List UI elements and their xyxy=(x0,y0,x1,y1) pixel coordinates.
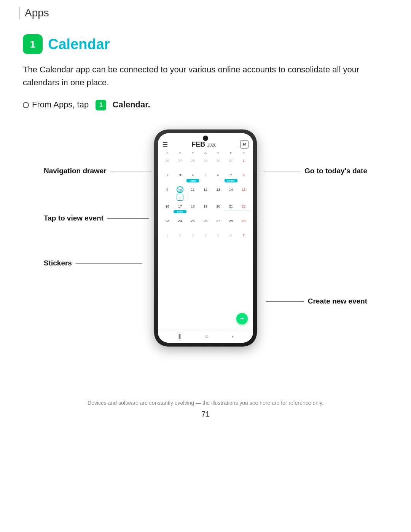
day-header-sat: S xyxy=(237,151,250,156)
calendar-day-6[interactable]: 6 xyxy=(212,171,225,185)
calendar-day-9[interactable]: 9 xyxy=(161,185,174,201)
calendar-day-22[interactable]: 22 xyxy=(237,202,250,216)
day-header-sun: S xyxy=(161,151,174,156)
section-title: Apps xyxy=(25,7,49,19)
calendar-day-jan31[interactable]: 31 xyxy=(225,157,237,170)
calendar-day-21[interactable]: 21 xyxy=(225,202,237,216)
calendar-day-8[interactable]: 8 xyxy=(237,171,250,185)
calendar-day-2[interactable]: 2 xyxy=(161,171,174,185)
callout-create-event: Create new event xyxy=(266,297,367,305)
callout-today-line xyxy=(263,171,301,172)
day-header-fri: F xyxy=(225,151,237,156)
year-label: 2020 xyxy=(207,143,216,147)
calendar-day-jan29[interactable]: 29 xyxy=(199,157,212,170)
calendar-day-10[interactable]: 10 ☺ xyxy=(174,185,186,201)
calendar-day-28[interactable]: 28 xyxy=(225,217,237,230)
calendar-day-16[interactable]: 16 xyxy=(161,202,174,216)
page-footer: Devices and software are constantly evol… xyxy=(23,400,388,430)
diagram-area: Navigation drawer Tap to view event Stic… xyxy=(23,126,388,369)
event-day7[interactable]: theatre xyxy=(225,179,237,182)
calendar-day-mar1[interactable]: 1 xyxy=(161,231,174,245)
calendar-day-12[interactable]: 12 xyxy=(199,185,212,201)
event-day4[interactable]: ballet xyxy=(186,179,199,182)
calendar-week-2: 2 3 4 ballet 5 6 7 theatre xyxy=(161,171,250,185)
calendar-day-15[interactable]: 15 xyxy=(237,185,250,201)
calendar-day-jan30[interactable]: 30 xyxy=(212,157,225,170)
calendar-day-jan28[interactable]: 28 xyxy=(186,157,199,170)
event-day17[interactable]: ballet xyxy=(174,210,186,213)
calendar-week-1: 26 27 28 29 30 31 1 xyxy=(161,157,250,170)
calendar-day-mar7[interactable]: 7 xyxy=(237,231,250,245)
calendar-grid: 26 27 28 29 30 31 1 2 3 xyxy=(158,157,253,329)
day-header-thu: T xyxy=(212,151,225,156)
app-title-row: 1 Calendar xyxy=(23,34,388,54)
bullet-icon xyxy=(23,102,29,108)
sticker-day10[interactable]: ☺ xyxy=(177,194,183,201)
callout-tap-label: Tap to view event xyxy=(44,214,104,222)
callout-nav-label: Navigation drawer xyxy=(44,167,107,175)
callout-stickers-label: Stickers xyxy=(44,259,72,267)
instruction-text: From Apps, tap 1 Calendar. xyxy=(32,100,150,110)
callout-create-label: Create new event xyxy=(308,297,367,305)
calendar-day-mar2[interactable]: 2 xyxy=(174,231,186,245)
calendar-day-5[interactable]: 5 xyxy=(199,171,212,185)
calendar-day-3[interactable]: 3 xyxy=(174,171,186,185)
calendar-day-mar6[interactable]: 6 xyxy=(225,231,237,245)
day-header-mon: M xyxy=(174,151,186,156)
calendar-week-5: 23 24 25 26 27 28 29 xyxy=(161,217,250,230)
calendar-day-29[interactable]: 29 xyxy=(237,217,250,230)
callout-today: Go to today's date xyxy=(263,167,367,175)
calendar-week-4: 16 17 ballet 18 19 20 21 xyxy=(161,202,250,216)
calendar-day-20[interactable]: 20 xyxy=(212,202,225,216)
phone-nav-bar: ||| ○ ‹ xyxy=(158,329,253,343)
calendar-day-23[interactable]: 23 xyxy=(161,217,174,230)
calendar-day-17[interactable]: 17 ballet xyxy=(174,202,186,216)
callout-stickers: Stickers xyxy=(44,259,142,267)
calendar-day-27[interactable]: 27 xyxy=(212,217,225,230)
instruction-line: From Apps, tap 1 Calendar. xyxy=(23,100,388,110)
calendar-week-3: 9 10 ☺ 11 12 13 14 15 xyxy=(161,185,250,201)
callout-stickers-line xyxy=(76,263,142,264)
callout-navigation-drawer: Navigation drawer xyxy=(44,167,152,175)
page-number: 71 xyxy=(23,410,388,419)
callout-tap-to-view: Tap to view event xyxy=(44,214,149,222)
nav-back-icon[interactable]: ‹ xyxy=(232,333,234,339)
calendar-day-11[interactable]: 11 xyxy=(186,185,199,201)
calendar-day-19[interactable]: 19 xyxy=(199,202,212,216)
go-to-today-button[interactable]: 10 xyxy=(240,140,249,149)
footer-disclaimer: Devices and software are constantly evol… xyxy=(23,400,388,406)
page-header: Apps xyxy=(19,7,411,19)
calendar-day-18[interactable]: 18 xyxy=(186,202,199,216)
calendar-day-feb1[interactable]: 1 xyxy=(237,157,250,170)
app-description: The Calendar app can be connected to you… xyxy=(23,63,388,89)
calendar-day-mar3[interactable]: 3 xyxy=(186,231,199,245)
calendar-day-24[interactable]: 24 xyxy=(174,217,186,230)
create-event-fab[interactable]: + xyxy=(236,313,248,324)
hamburger-menu-icon[interactable]: ☰ xyxy=(162,141,168,148)
calendar-day-mar4[interactable]: 4 xyxy=(199,231,212,245)
phone-notch xyxy=(203,136,208,141)
callout-create-line xyxy=(266,301,304,302)
calendar-day-mar5[interactable]: 5 xyxy=(212,231,225,245)
instruction-app-name: Calendar. xyxy=(113,100,150,109)
calendar-app-screen: ☰ FEB 2020 10 S M T W xyxy=(158,133,253,343)
nav-home-icon[interactable]: ○ xyxy=(205,333,208,339)
month-label: FEB xyxy=(191,141,205,149)
callout-today-label: Go to today's date xyxy=(304,167,367,175)
inline-calendar-icon: 1 xyxy=(96,100,106,110)
callout-tap-line xyxy=(107,218,149,219)
calendar-day-7[interactable]: 7 theatre xyxy=(225,171,237,185)
calendar-app-icon: 1 xyxy=(23,34,43,54)
month-year-display: FEB 2020 xyxy=(191,141,216,149)
callout-nav-line xyxy=(110,171,152,172)
calendar-week-6: 1 2 3 4 5 6 7 xyxy=(161,231,250,245)
calendar-day-4[interactable]: 4 ballet xyxy=(186,171,199,185)
calendar-day-jan26[interactable]: 26 xyxy=(161,157,174,170)
calendar-title: Calendar xyxy=(48,36,110,53)
calendar-day-26[interactable]: 26 xyxy=(199,217,212,230)
calendar-day-14[interactable]: 14 xyxy=(225,185,237,201)
nav-recents-icon[interactable]: ||| xyxy=(177,333,182,339)
calendar-day-25[interactable]: 25 xyxy=(186,217,199,230)
calendar-day-13[interactable]: 13 xyxy=(212,185,225,201)
calendar-day-jan27[interactable]: 27 xyxy=(174,157,186,170)
